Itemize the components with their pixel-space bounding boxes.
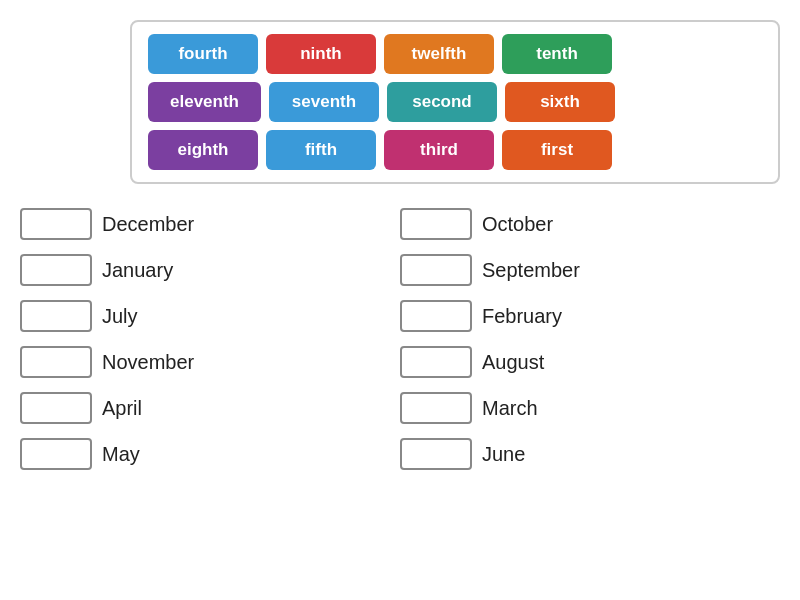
right-match-row-3: August — [400, 346, 780, 378]
word-chip-tenth[interactable]: tenth — [502, 34, 612, 74]
right-match-row-2: February — [400, 300, 780, 332]
right-month-label-4: March — [482, 397, 538, 420]
left-match-row-3: November — [20, 346, 400, 378]
right-match-row-5: June — [400, 438, 780, 470]
word-chip-ninth[interactable]: ninth — [266, 34, 376, 74]
word-chip-first[interactable]: first — [502, 130, 612, 170]
right-answer-box-2[interactable] — [400, 300, 472, 332]
word-chip-seventh[interactable]: seventh — [269, 82, 379, 122]
left-match-row-2: July — [20, 300, 400, 332]
right-match-row-0: October — [400, 208, 780, 240]
left-answer-box-5[interactable] — [20, 438, 92, 470]
word-chip-sixth[interactable]: sixth — [505, 82, 615, 122]
left-month-label-0: December — [102, 213, 194, 236]
right-answer-box-4[interactable] — [400, 392, 472, 424]
word-row-1: eleventhseventhsecondsixth — [148, 82, 762, 122]
right-match-row-4: March — [400, 392, 780, 424]
left-answer-box-3[interactable] — [20, 346, 92, 378]
left-month-label-3: November — [102, 351, 194, 374]
right-month-label-1: September — [482, 259, 580, 282]
right-answer-box-0[interactable] — [400, 208, 472, 240]
word-chip-third[interactable]: third — [384, 130, 494, 170]
left-match-row-1: January — [20, 254, 400, 286]
match-area: DecemberJanuaryJulyNovemberAprilMay Octo… — [20, 208, 780, 480]
word-chip-twelfth[interactable]: twelfth — [384, 34, 494, 74]
word-bank: fourthninthtwelfthtentheleventhseventhse… — [130, 20, 780, 184]
left-answer-box-1[interactable] — [20, 254, 92, 286]
right-month-label-0: October — [482, 213, 553, 236]
right-month-label-3: August — [482, 351, 544, 374]
left-match-row-0: December — [20, 208, 400, 240]
word-chip-second[interactable]: second — [387, 82, 497, 122]
right-answer-box-5[interactable] — [400, 438, 472, 470]
left-month-label-5: May — [102, 443, 140, 466]
word-row-2: eighthfifththirdfirst — [148, 130, 762, 170]
left-month-label-2: July — [102, 305, 138, 328]
left-match-row-5: May — [20, 438, 400, 470]
left-answer-box-0[interactable] — [20, 208, 92, 240]
left-answer-box-2[interactable] — [20, 300, 92, 332]
right-match-row-1: September — [400, 254, 780, 286]
left-month-label-1: January — [102, 259, 173, 282]
right-month-label-2: February — [482, 305, 562, 328]
right-column: OctoberSeptemberFebruaryAugustMarchJune — [400, 208, 780, 480]
left-month-label-4: April — [102, 397, 142, 420]
word-chip-eleventh[interactable]: eleventh — [148, 82, 261, 122]
right-month-label-5: June — [482, 443, 525, 466]
left-column: DecemberJanuaryJulyNovemberAprilMay — [20, 208, 400, 480]
right-answer-box-3[interactable] — [400, 346, 472, 378]
left-match-row-4: April — [20, 392, 400, 424]
word-chip-eighth[interactable]: eighth — [148, 130, 258, 170]
word-chip-fifth[interactable]: fifth — [266, 130, 376, 170]
left-answer-box-4[interactable] — [20, 392, 92, 424]
right-answer-box-1[interactable] — [400, 254, 472, 286]
word-chip-fourth[interactable]: fourth — [148, 34, 258, 74]
word-row-0: fourthninthtwelfthtenth — [148, 34, 762, 74]
